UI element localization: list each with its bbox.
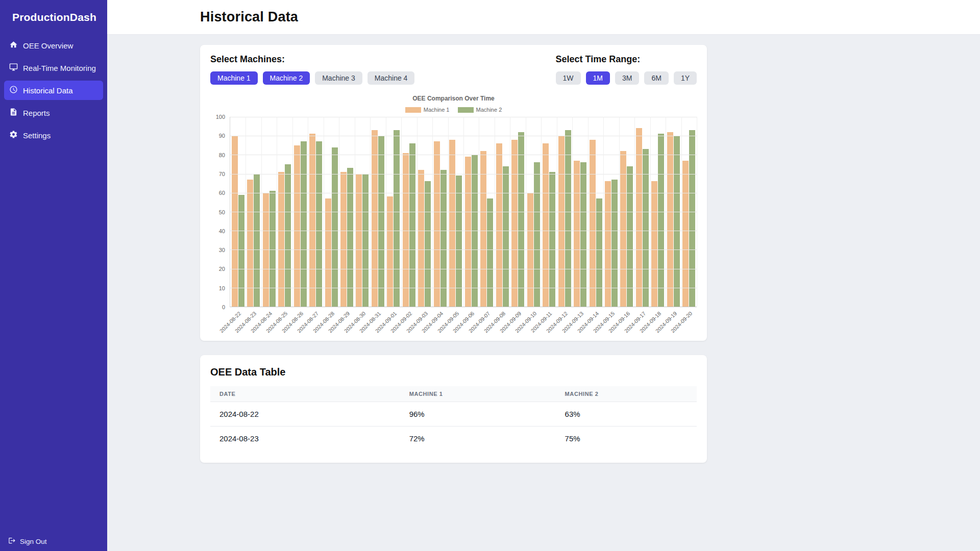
legend-item-machine-2[interactable]: Machine 2 (458, 107, 502, 113)
sign-out-button[interactable]: Sign Out (8, 537, 47, 546)
bar-machine-1-2024-09-07 (480, 151, 486, 307)
bar-machine-1-2024-09-08 (496, 143, 502, 307)
oee-data-table: DATE MACHINE 1 MACHINE 2 2024-08-2296%63… (210, 386, 697, 450)
bar-machine-1-2024-09-14 (590, 140, 596, 307)
bar-machine-2-2024-08-31 (378, 136, 384, 307)
time-range-label: Select Time Range: (556, 54, 697, 65)
bar-machine-2-2024-09-12 (565, 130, 571, 307)
legend-label: Machine 2 (476, 107, 502, 113)
logout-icon (8, 537, 16, 546)
y-tick-label: 100 (216, 114, 225, 120)
y-tick-label: 40 (219, 228, 225, 234)
bar-machine-2-2024-08-23 (254, 174, 260, 307)
vertical-gridline (557, 117, 557, 307)
sidebar-item-reports[interactable]: Reports (4, 103, 103, 122)
table-cell: 2024-08-22 (210, 402, 400, 427)
bar-machine-1-2024-08-22 (232, 136, 238, 307)
bar-machine-1-2024-09-02 (403, 153, 409, 307)
vertical-gridline (634, 117, 635, 307)
bar-machine-1-2024-08-31 (372, 130, 378, 307)
bar-machine-1-2024-08-26 (294, 145, 300, 307)
gear-icon (9, 130, 18, 140)
bar-machine-2-2024-09-04 (440, 170, 447, 307)
bar-machine-2-2024-08-27 (316, 141, 322, 307)
topbar: Historical Data (107, 0, 980, 35)
vertical-gridline (572, 117, 573, 307)
range-button-1w[interactable]: 1W (556, 71, 581, 85)
y-tick-label: 10 (219, 285, 225, 291)
sidebar-item-settings[interactable]: Settings (4, 126, 103, 145)
bar-machine-1-2024-09-03 (418, 170, 424, 307)
chart-y-axis: 0102030405060708090100 (210, 117, 230, 307)
range-button-3m[interactable]: 3M (615, 71, 639, 85)
bar-machine-2-2024-08-30 (362, 174, 369, 307)
bar-machine-1-2024-09-05 (449, 140, 455, 307)
vertical-gridline (448, 117, 449, 307)
sidebar-item-real-time-monitoring[interactable]: Real-Time Monitoring (4, 58, 103, 78)
vertical-gridline (588, 117, 589, 307)
vertical-gridline (386, 117, 386, 307)
legend-swatch-machine-2 (458, 107, 474, 113)
bar-machine-1-2024-09-13 (574, 161, 580, 307)
bar-machine-1-2024-08-30 (356, 174, 362, 307)
bar-machine-2-2024-08-24 (270, 191, 276, 307)
sidebar-item-label: Historical Data (23, 86, 73, 95)
bar-machine-2-2024-08-28 (332, 147, 338, 307)
bar-machine-2-2024-08-29 (347, 168, 353, 307)
bar-machine-1-2024-08-27 (309, 134, 315, 307)
vertical-gridline (650, 117, 651, 307)
sidebar: ProductionDash OEE Overview Real-Time Mo… (0, 0, 107, 551)
plot-outer: 0102030405060708090100 (210, 117, 697, 307)
bar-machine-1-2024-08-29 (340, 172, 347, 307)
bar-machine-2-2024-09-13 (580, 162, 586, 307)
machine-toggle-machine-1[interactable]: Machine 1 (210, 71, 258, 85)
machine-toggle-machine-2[interactable]: Machine 2 (263, 71, 310, 85)
bar-machine-2-2024-09-10 (534, 162, 540, 307)
y-tick-label: 60 (219, 190, 225, 196)
legend-item-machine-1[interactable]: Machine 1 (405, 107, 450, 113)
content: Select Machines: Machine 1Machine 2Machi… (107, 35, 980, 463)
range-button-1y[interactable]: 1Y (674, 71, 697, 85)
vertical-gridline (308, 117, 308, 307)
vertical-gridline (681, 117, 682, 307)
machine-buttons: Machine 1Machine 2Machine 3Machine 4 (210, 71, 414, 85)
table-card: OEE Data Table DATE MACHINE 1 MACHINE 2 … (200, 355, 707, 463)
bar-machine-2-2024-08-25 (285, 164, 291, 307)
range-button-6m[interactable]: 6M (644, 71, 668, 85)
y-tick-label: 0 (222, 304, 225, 310)
column-header-machine2: MACHINE 2 (556, 386, 697, 402)
brand-logo: ProductionDash (0, 0, 107, 36)
bar-machine-1-2024-08-28 (325, 198, 331, 307)
machine-select-group: Select Machines: Machine 1Machine 2Machi… (210, 54, 414, 85)
bar-machine-2-2024-09-05 (456, 176, 462, 307)
table-cell: 63% (556, 402, 697, 427)
bar-machine-2-2024-09-14 (596, 198, 602, 307)
column-header-machine1: MACHINE 1 (400, 386, 556, 402)
chart-x-axis: 2024-08-222024-08-232024-08-242024-08-25… (230, 307, 697, 333)
vertical-gridline (541, 117, 542, 307)
bar-machine-2-2024-09-08 (503, 166, 509, 307)
bar-machine-2-2024-09-18 (658, 134, 664, 307)
range-button-1m[interactable]: 1M (586, 71, 610, 85)
bar-machine-2-2024-09-20 (689, 130, 695, 307)
column-header-date: DATE (210, 386, 400, 402)
app-root: ProductionDash OEE Overview Real-Time Mo… (0, 0, 980, 551)
table-cell: 96% (400, 402, 556, 427)
bar-machine-1-2024-09-19 (667, 132, 673, 307)
bar-machine-1-2024-09-06 (465, 157, 471, 307)
vertical-gridline (355, 117, 355, 307)
main-area: Historical Data Select Machines: Machine… (107, 0, 980, 551)
sidebar-item-historical-data[interactable]: Historical Data (4, 81, 103, 100)
sidebar-item-oee-overview[interactable]: OEE Overview (4, 36, 103, 55)
vertical-gridline (246, 117, 246, 307)
legend-label: Machine 1 (424, 107, 450, 113)
bar-machine-2-2024-09-01 (394, 130, 400, 307)
bar-machine-1-2024-09-11 (543, 143, 549, 307)
y-tick-label: 20 (219, 266, 225, 272)
vertical-gridline (324, 117, 324, 307)
vertical-gridline (526, 117, 526, 307)
machine-toggle-machine-3[interactable]: Machine 3 (315, 71, 362, 85)
vertical-gridline (370, 117, 371, 307)
machine-toggle-machine-4[interactable]: Machine 4 (368, 71, 415, 85)
chart-card: Select Machines: Machine 1Machine 2Machi… (200, 45, 707, 341)
